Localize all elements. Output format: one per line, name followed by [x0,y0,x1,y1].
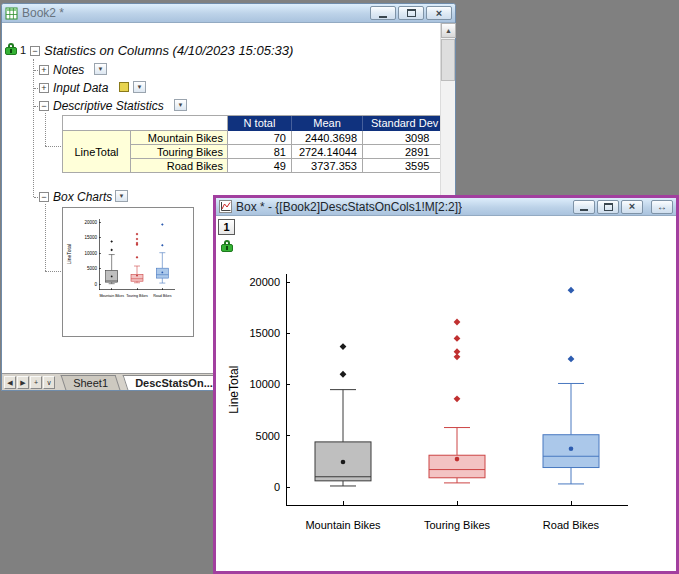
expand-icon[interactable]: + [39,65,49,75]
svg-text:5000: 5000 [256,430,280,442]
svg-text:0: 0 [94,282,97,287]
tab-sheet1[interactable]: Sheet1 [61,375,121,390]
dropdown-button[interactable]: ▼ [94,63,107,75]
close-button[interactable]: × [621,200,643,214]
svg-text:20000: 20000 [249,276,280,288]
tree-line [33,59,34,197]
chevron-down-icon: ▼ [178,102,184,108]
box-graph-window: Box * - {[Book2]DescStatsOnCols1!M[2:2]}… [213,195,679,574]
section-descriptive-statistics: − Descriptive Statistics ▼ [2,99,440,113]
chevron-down-icon: ▼ [119,193,125,199]
tab-scroll-left-button[interactable]: ◀ [4,376,16,389]
svg-text:Road Bikes: Road Bikes [543,519,600,531]
close-icon: × [436,8,442,19]
box-chart-thumbnail-frame[interactable]: 05000100001500020000Mountain BikesTourin… [62,207,194,337]
section-label[interactable]: Input Data [53,81,108,95]
table-cell: 3098 [363,131,440,145]
chevron-down-icon: ▼ [98,66,104,72]
box-chart-thumbnail: 05000100001500020000Mountain BikesTourin… [63,208,193,336]
graph-icon [219,200,232,213]
section-label[interactable]: Descriptive Statistics [53,99,164,113]
minimize-button[interactable] [573,200,595,214]
table-cell: 81 [228,145,292,159]
svg-text:10000: 10000 [249,378,280,390]
section-notes: + Notes ▼ [2,63,440,77]
pending-lock-icon [119,82,129,92]
tab-scroll-right-button[interactable]: ▶ [17,376,29,389]
tree-line [45,146,61,147]
table-row-label: Road Bikes [131,159,228,173]
expand-icon[interactable]: + [39,83,49,93]
box-chart: 05000100001500020000Mountain BikesTourin… [216,216,676,570]
section-label[interactable]: Box Charts [53,190,112,204]
chevron-down-icon: ▼ [137,84,143,90]
table-cell: 2724.14044 [292,145,363,159]
table-cell: 3737.353 [292,159,363,173]
scroll-up-button[interactable]: ▲ [441,23,456,38]
minimize-icon [379,16,387,18]
table-cell: 49 [228,159,292,173]
collapse-icon[interactable]: − [30,46,40,56]
svg-text:5000: 5000 [87,266,98,271]
svg-text:20000: 20000 [84,220,97,225]
collapse-icon[interactable]: − [39,192,49,202]
svg-text:Road Bikes: Road Bikes [153,294,172,298]
row-group-label: LineTotal [63,131,131,173]
section-label[interactable]: Notes [53,63,84,77]
svg-text:15000: 15000 [84,235,97,240]
table-header-cell: Mean [292,116,363,131]
section-input-data: + Input Data ▼ [2,81,440,95]
workbook-icon [5,7,18,20]
box-window-title: Box * - {[Book2]DescStatsOnCols1!M[2:2]} [236,200,462,214]
svg-text:15000: 15000 [249,327,280,339]
minimize-icon [580,209,588,211]
tree-line [45,271,61,272]
svg-text:LineTotal: LineTotal [66,244,72,264]
book2-title: Book2 * [22,6,64,20]
table-row-label: Touring Bikes [131,145,228,159]
sheet-list-button[interactable]: ∨ [43,376,55,389]
minimize-button[interactable] [370,6,396,20]
table-cell: 3595 [363,159,440,173]
dropdown-button[interactable]: ▼ [115,190,128,202]
scrollbar-thumb[interactable] [441,39,455,81]
origin-workspace: Book2 * × [0,0,679,574]
row-number: 1 [20,44,26,56]
svg-text:10000: 10000 [84,251,97,256]
maximize-icon [407,9,416,17]
dock-icon: ↔ [657,202,667,212]
maximize-button[interactable] [398,6,424,20]
table-header-cell: Standard Dev [363,116,440,131]
table-corner-cell [63,116,228,131]
descriptive-statistics-table: N total Mean Standard Dev LineTotal Moun… [62,115,440,173]
svg-text:Mountain Bikes: Mountain Bikes [305,519,381,531]
table-cell: 2891 [363,145,440,159]
maximize-icon [604,203,613,211]
table-row-label: Mountain Bikes [131,131,228,145]
table-header-cell: N total [228,116,292,131]
add-sheet-button[interactable]: + [30,376,42,389]
dropdown-button[interactable]: ▼ [174,99,187,111]
close-button[interactable]: × [426,6,452,20]
collapse-icon[interactable]: − [39,101,49,111]
svg-text:LineTotal: LineTotal [227,366,241,414]
tree-line [45,113,46,146]
close-icon: × [629,201,635,212]
tab-descstatson[interactable]: DescStatsOn... [122,375,225,390]
graph-page[interactable]: 1 05000100001500020000Mountain BikesTour… [216,216,676,571]
tree-line [45,204,46,271]
svg-text:Touring Bikes: Touring Bikes [424,519,491,531]
report-root-row: 1 − Statistics on Columns (4/10/2023 15:… [2,43,440,59]
svg-text:0: 0 [274,481,280,493]
svg-text:Touring Bikes: Touring Bikes [126,294,148,298]
lock-icon [5,43,17,55]
svg-text:Mountain Bikes: Mountain Bikes [99,294,124,298]
dropdown-button[interactable]: ▼ [133,81,146,93]
book2-titlebar[interactable]: Book2 * × [2,4,455,23]
table-cell: 2440.3698 [292,131,363,145]
box-titlebar[interactable]: Box * - {[Book2]DescStatsOnCols1!M[2:2]}… [216,198,676,216]
maximize-button[interactable] [597,200,619,214]
report-title: Statistics on Columns (4/10/2023 15:05:3… [44,43,293,58]
dock-button[interactable]: ↔ [651,200,673,214]
table-cell: 70 [228,131,292,145]
